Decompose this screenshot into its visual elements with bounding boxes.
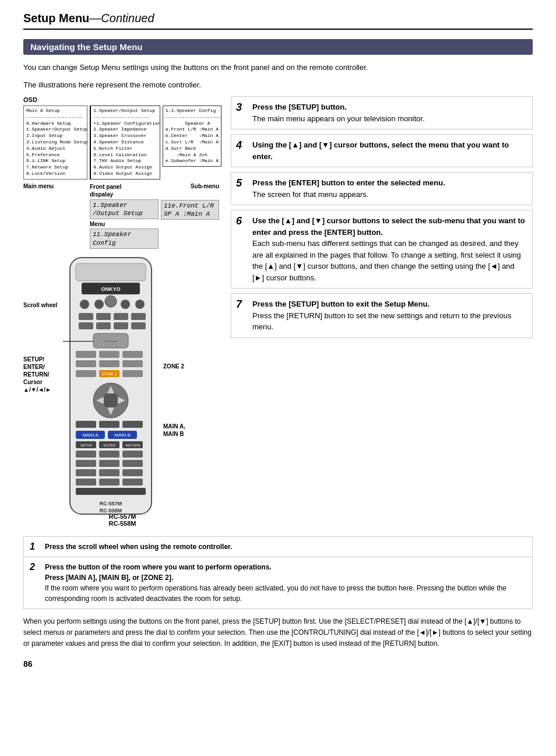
submenu-line2: Config	[93, 239, 156, 247]
svg-rect-9	[79, 313, 93, 320]
step-3: 3 Press the [SETUP] button. The main men…	[231, 96, 533, 129]
bottom-step-1-number: 1	[30, 541, 40, 552]
step-3-content: Press the [SETUP] button. The main menu …	[252, 101, 527, 124]
scroll-wheel-label: Scroll wheel	[23, 301, 58, 309]
svg-rect-60	[76, 488, 146, 495]
svg-rect-13	[79, 322, 93, 329]
bottom-step-2-subtitle: Press [MAIN A], [MAIN B], or [ZONE 2].	[45, 574, 173, 582]
step-5: 5 Press the [ENTER] button to enter the …	[231, 172, 533, 205]
section-header-text: Navigating the Setup Menu	[30, 42, 143, 52]
step-6: 6 Use the [▲] and [▼] cursor buttons to …	[231, 210, 533, 289]
svg-rect-21	[122, 351, 143, 358]
svg-rect-54	[76, 469, 96, 476]
svg-text:ZONE 2: ZONE 2	[102, 372, 117, 376]
step-5-title: Press the [ENTER] button to enter the se…	[252, 178, 445, 187]
svg-rect-56	[122, 469, 143, 476]
sub-menu-box: 1-1.Speaker Config -------------------- …	[163, 106, 221, 167]
intro-line2: The illustrations here represent the rem…	[23, 79, 533, 91]
svg-rect-48	[76, 451, 96, 458]
bottom-paragraph: When you perform settings using the butt…	[23, 616, 533, 650]
bottom-step-2: 2 Press the button of the room where you…	[24, 557, 532, 609]
step-4: 4 Using the [▲] and [▼] cursor buttons, …	[231, 134, 533, 167]
front-panel-line2: /Output Setup	[93, 209, 156, 217]
svg-point-6	[105, 296, 117, 307]
svg-rect-53	[122, 460, 143, 467]
title-continued: —Continued	[89, 12, 154, 24]
front-panel-label: Front panel dispalay	[90, 183, 159, 198]
svg-rect-51	[76, 460, 96, 467]
bottom-steps: 1 Press the scroll wheel when using the …	[23, 536, 533, 609]
zone2-label: ZONE 2	[163, 363, 192, 370]
submenu-line1: 11.Speaker	[93, 230, 156, 238]
svg-rect-35	[76, 421, 96, 428]
svg-rect-24	[122, 360, 143, 367]
bottom-step-2-title: Press the button of the room where you w…	[45, 563, 272, 571]
svg-point-30	[103, 392, 119, 409]
page-title: Setup Menu—Continued	[23, 12, 533, 30]
step-7-body: Press the [RETURN] button to set the new…	[252, 311, 511, 332]
step-6-body: Each sub-menu has different settings tha…	[252, 239, 521, 282]
svg-rect-15	[114, 322, 128, 329]
speaker-menu-box: 1.Speaker/Output Setup -----------------…	[90, 106, 160, 180]
step-5-number: 5	[236, 177, 248, 190]
sub-menu-display: 11e.Front L/R SP A :Main A	[161, 200, 219, 220]
bottom-step-1-content: Press the scroll wheel when using the re…	[45, 541, 232, 552]
svg-rect-59	[122, 479, 143, 486]
setup-enter-label: SETUP/ ENTER/ RETURN/ Cursor ▲/▼/◄/►	[23, 356, 58, 393]
svg-text:RC-557M: RC-557M	[100, 501, 122, 507]
submenu-display1: 11.Speaker Config	[90, 228, 159, 249]
sub-menu-label: Sub-menu	[161, 183, 219, 189]
svg-rect-36	[99, 421, 119, 428]
svg-text:RC-558M: RC-558M	[100, 508, 122, 514]
main-menu-box: Main A Setup -------------------- 0.Hard…	[23, 106, 87, 180]
step-7: 7 Press the [SETUP] button to exit the S…	[231, 293, 533, 338]
submenu-line4: SP A :Main A	[164, 210, 216, 218]
svg-rect-49	[99, 451, 119, 458]
svg-text:────: ────	[104, 339, 118, 344]
main-ab-label: MAIN A, MAIN B	[163, 423, 192, 438]
steps-container: 3 Press the [SETUP] button. The main men…	[231, 96, 533, 338]
svg-rect-25	[76, 370, 96, 377]
svg-rect-1	[76, 263, 146, 281]
main-menu-label: Main menu	[23, 183, 87, 249]
svg-rect-10	[96, 313, 111, 320]
svg-rect-52	[99, 460, 119, 467]
bottom-step-2-body: If the room where you want to perform op…	[45, 584, 506, 603]
bottom-step-1-text: Press the scroll wheel when using the re…	[45, 543, 232, 551]
step-7-number: 7	[236, 298, 248, 311]
step-3-body: The main menu appears on your television…	[252, 114, 425, 123]
svg-rect-16	[131, 322, 146, 329]
svg-rect-19	[76, 351, 96, 358]
svg-rect-23	[99, 360, 119, 367]
bottom-step-2-content: Press the button of the room where you w…	[45, 562, 526, 604]
front-panel-line1: 1.Speaker	[93, 201, 156, 209]
step-5-body: The screen for that menu appears.	[252, 190, 368, 199]
svg-point-8	[135, 300, 145, 309]
svg-rect-57	[76, 479, 96, 486]
svg-rect-20	[99, 351, 119, 358]
submenu-line3: 11e.Front L/R	[164, 202, 216, 210]
step-3-title: Press the [SETUP] button.	[252, 103, 347, 111]
step-4-number: 4	[236, 139, 248, 152]
title-text: Setup Menu	[23, 12, 89, 24]
step-3-number: 3	[236, 101, 248, 114]
svg-rect-37	[122, 421, 143, 428]
svg-text:MAIN A: MAIN A	[82, 432, 98, 438]
osd-label: OSD	[23, 96, 221, 103]
step-7-content: Press the [SETUP] button to exit the Set…	[252, 298, 527, 333]
svg-text:ONKYO: ONKYO	[101, 286, 120, 292]
intro-line1: You can change Setup Menu settings using…	[23, 62, 533, 73]
bottom-step-2-number: 2	[30, 562, 40, 572]
section-header: Navigating the Setup Menu	[23, 39, 533, 55]
menu-label: Menu	[90, 221, 159, 227]
front-panel-display: 1.Speaker /Output Setup	[90, 199, 159, 220]
svg-point-5	[94, 300, 104, 309]
svg-rect-12	[131, 313, 146, 320]
svg-rect-27	[122, 370, 143, 377]
step-6-content: Use the [▲] and [▼] cursor buttons to se…	[252, 215, 527, 283]
step-4-title: Using the [▲] and [▼] cursor buttons, se…	[252, 140, 509, 161]
svg-text:RETURN: RETURN	[126, 444, 140, 447]
svg-rect-50	[122, 451, 143, 458]
svg-text:SETUP: SETUP	[80, 444, 92, 447]
svg-rect-55	[99, 469, 119, 476]
